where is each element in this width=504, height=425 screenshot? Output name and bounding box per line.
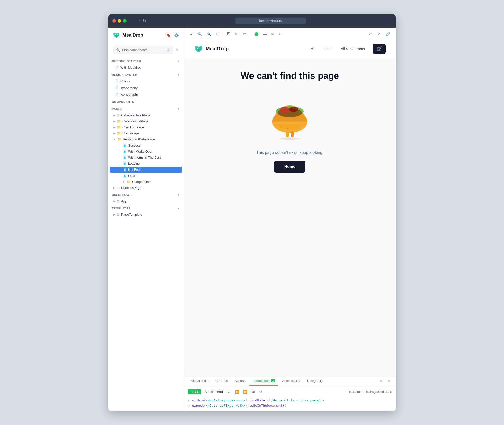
back-button[interactable]: ←: [130, 18, 134, 24]
sidebar-item-label: Loading: [128, 162, 140, 165]
search-input[interactable]: [122, 48, 165, 52]
sidebar-item-components-group[interactable]: ▶ 📁 Components: [108, 179, 184, 185]
prev-button[interactable]: ⏪: [234, 389, 240, 395]
replay-button[interactable]: ↺: [258, 389, 263, 395]
nav-section-header-templates[interactable]: TEMPLATES ▼: [108, 204, 184, 211]
reload-button[interactable]: ↺: [187, 30, 194, 37]
sidebar-item-not-found[interactable]: ▣ Not Found: [110, 167, 182, 173]
nav-link-home[interactable]: Home: [323, 47, 333, 51]
next-button[interactable]: ⏩: [242, 389, 248, 395]
tab-interactions[interactable]: Interactions 2: [249, 376, 278, 386]
sidebar-item-page-template[interactable]: ▶ ⊞ PageTemplate: [110, 212, 182, 217]
sidebar-item-label: Components: [132, 180, 151, 184]
traffic-light-green[interactable]: [123, 19, 127, 23]
nav-section-userflows: USERFLOWS ▼ ▶ ⊞ App: [108, 191, 184, 204]
traffic-light-yellow[interactable]: [118, 19, 121, 23]
grid-view-button[interactable]: ⊞: [233, 30, 240, 37]
app-logo: MealDrop: [194, 45, 229, 53]
zoom-in-button[interactable]: 🔍: [195, 30, 204, 37]
tab-visual-tests[interactable]: Visual Tests: [188, 376, 211, 386]
expand-button[interactable]: ⤢: [367, 30, 374, 37]
folder-icon: 📁: [117, 125, 121, 129]
sidebar-item-restaurant-detail-page[interactable]: ▼ 📁 RestaurantDetailPage: [110, 136, 182, 142]
nav-section-design-system: DESIGN SYSTEM ▼ 📄 Colors 📄 Typography 📄 …: [108, 71, 184, 98]
rect-button[interactable]: ▬: [261, 30, 269, 37]
refresh-button[interactable]: ↻: [143, 18, 146, 24]
theme-toggle-icon[interactable]: ☀: [310, 46, 314, 52]
svg-point-14: [280, 137, 300, 140]
sidebar-item-with-modal-open[interactable]: ▣ With Modal Open: [110, 149, 182, 154]
check-icon-2: ✓: [188, 404, 190, 407]
nav-section-header-getting-started[interactable]: GETTING STARTED ▼: [108, 57, 184, 64]
chevron-down-icon: ▼: [177, 107, 180, 110]
sidebar-item-home-page[interactable]: ▶ 📁 HomePage: [110, 130, 182, 136]
tab-actions[interactable]: Actions: [232, 376, 248, 386]
layout-button[interactable]: ▭: [241, 30, 248, 37]
tab-accessibility[interactable]: Accessibility: [279, 376, 303, 386]
tab-controls[interactable]: Controls: [212, 376, 231, 386]
skip-last-button[interactable]: ⏭: [250, 389, 256, 395]
sidebar-item-label: Iconography: [120, 93, 179, 96]
nav-section-header-design-system[interactable]: DESIGN SYSTEM ▼: [108, 71, 184, 78]
sidebar-item-label: PageTemplate: [121, 213, 142, 216]
nav-section-header-userflows[interactable]: USERFLOWS ▼: [108, 191, 184, 198]
home-button[interactable]: Home: [274, 161, 305, 173]
sidebar-item-loading[interactable]: ▣ Loading: [110, 161, 182, 166]
chevron-right-icon: ▶: [113, 120, 115, 123]
sidebar-header: MealDrop 🔖 ⚙️: [108, 28, 184, 43]
pass-badge: PASS: [188, 389, 201, 394]
zoom-out-button[interactable]: 🔍: [205, 30, 213, 37]
traffic-light-red[interactable]: [112, 19, 116, 23]
forward-button[interactable]: →: [136, 18, 141, 24]
sidebar-item-category-detail-page[interactable]: ▶ ⊞ CategoryDetailPage: [110, 112, 182, 118]
chevron-down-icon: ▼: [177, 73, 180, 76]
photo-button[interactable]: 🖼: [225, 30, 232, 37]
reset-zoom-button[interactable]: ⊕: [214, 30, 221, 37]
skip-first-button[interactable]: ⏮: [226, 389, 232, 395]
panel-split-button[interactable]: ⊞: [379, 378, 384, 384]
sidebar-item-error[interactable]: ▣ Error: [110, 173, 182, 179]
nav-link-all-restaurants[interactable]: All restaurants: [341, 47, 365, 51]
tab-design[interactable]: Design (1): [304, 376, 325, 386]
sidebar-item-label: CategoryDetailPage: [121, 113, 150, 117]
story-icon: ▣: [123, 162, 126, 165]
svg-point-0: [115, 34, 116, 35]
nav-section-title-getting-started: GETTING STARTED: [112, 60, 141, 63]
chevron-right-icon: ▶: [123, 180, 125, 183]
test-code-2: expect(<h2.sc-gsFSXq.hkUjX>).toBeInTheDo…: [192, 404, 287, 407]
nav-section-header-pages[interactable]: PAGES ▼: [108, 105, 184, 112]
bookmark-icon-button[interactable]: 🔖: [166, 32, 172, 38]
crop-button[interactable]: ⧉: [270, 30, 276, 37]
link-button[interactable]: 🔗: [384, 30, 392, 37]
nav-section-header-components[interactable]: COMPONENTS: [108, 98, 184, 105]
search-bar[interactable]: 🔍 /: [113, 46, 173, 54]
svg-rect-12: [286, 131, 289, 137]
sidebar-item-success[interactable]: ▣ Success: [110, 143, 182, 148]
sidebar-item-success-page[interactable]: ▶ ⊞ SuccessPage: [110, 185, 182, 191]
circle-button[interactable]: ⬤: [253, 30, 260, 37]
panel-close-button[interactable]: ✕: [386, 378, 392, 384]
chevron-down-icon: ▼: [113, 138, 116, 141]
sidebar-item-app[interactable]: ▶ ⊞ App: [110, 198, 182, 204]
settings-icon-button[interactable]: ⚙️: [174, 32, 180, 38]
sidebar-item-iconography[interactable]: 📄 Iconography: [110, 91, 182, 98]
svg-point-2: [197, 48, 198, 49]
sidebar-item-typography[interactable]: 📄 Typography: [110, 85, 182, 91]
tab-label-actions: Actions: [235, 379, 245, 383]
sidebar-item-with-items-in-cart[interactable]: ▣ With Items In The Cart: [110, 155, 182, 160]
cart-button[interactable]: 🛒: [373, 44, 386, 54]
add-component-button[interactable]: +: [176, 47, 179, 53]
sidebar-item-with-mealdrop[interactable]: 📄 With Mealdrop: [110, 64, 182, 71]
tab-label-controls: Controls: [215, 379, 228, 383]
chevron-right-icon: ▶: [113, 213, 115, 216]
sidebar-item-colors[interactable]: 📄 Colors: [110, 78, 182, 84]
chevron-down-icon: ▼: [177, 207, 180, 210]
story-icon: ▣: [123, 174, 126, 178]
sidebar-item-label: Colors: [120, 79, 179, 83]
external-link-button[interactable]: ↗: [375, 30, 382, 37]
scroll-to-end-button[interactable]: Scroll to end: [203, 389, 224, 394]
address-bar[interactable]: localhost:6006: [235, 18, 306, 24]
target-button[interactable]: ⊙: [277, 30, 284, 37]
sidebar-item-category-list-page[interactable]: ▶ 📁 CategoryListPage: [110, 118, 182, 124]
sidebar-item-checkout-page[interactable]: ▶ 📁 CheckoutPage: [110, 124, 182, 130]
